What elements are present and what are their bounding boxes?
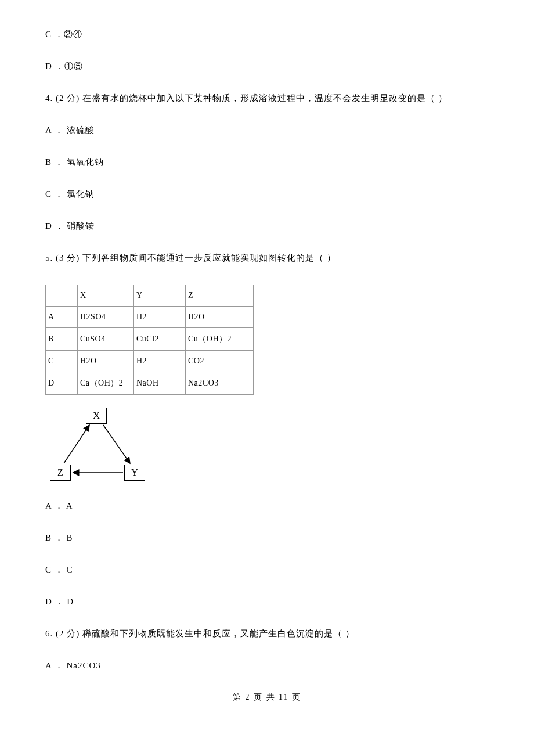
table-row: X Y Z bbox=[46, 285, 254, 307]
table-cell: NaOH bbox=[134, 372, 186, 395]
table-cell: H2 bbox=[134, 351, 186, 372]
q5-option-b: B ． B bbox=[45, 532, 489, 543]
page-content: C ．②④ D ．①⑤ 4. (2 分) 在盛有水的烧杯中加入以下某种物质，形成… bbox=[0, 0, 534, 726]
q3-option-c: C ．②④ bbox=[45, 29, 489, 40]
q5-stem: 5. (3 分) 下列各组物质间不能通过一步反应就能实现如图转化的是（ ） bbox=[45, 253, 489, 264]
table-cell: CO2 bbox=[186, 351, 254, 372]
table-cell: X bbox=[78, 285, 134, 307]
q4-stem: 4. (2 分) 在盛有水的烧杯中加入以下某种物质，形成溶液过程中，温度不会发生… bbox=[45, 93, 489, 104]
table-cell: CuCl2 bbox=[134, 328, 186, 351]
svg-line-0 bbox=[64, 425, 89, 463]
q4-option-d: D ． 硝酸铵 bbox=[45, 221, 489, 232]
page-footer: 第 2 页 共 11 页 bbox=[45, 692, 489, 703]
svg-line-1 bbox=[103, 425, 130, 463]
q6-option-a: A ． Na2CO3 bbox=[45, 660, 489, 671]
table-cell: Y bbox=[134, 285, 186, 307]
q5-diagram: X Z Y bbox=[50, 408, 489, 483]
table-cell: Z bbox=[186, 285, 254, 307]
table-cell: C bbox=[46, 351, 78, 372]
table-cell: H2SO4 bbox=[78, 307, 134, 328]
diagram-node-y: Y bbox=[124, 465, 145, 481]
table-cell: D bbox=[46, 372, 78, 395]
table-cell: A bbox=[46, 307, 78, 328]
table-cell: H2O bbox=[186, 307, 254, 328]
q4-option-c: C ． 氯化钠 bbox=[45, 189, 489, 200]
q4-option-a: A ． 浓硫酸 bbox=[45, 125, 489, 136]
table-cell: Cu（OH）2 bbox=[186, 328, 254, 351]
table-cell: Na2CO3 bbox=[186, 372, 254, 395]
table-cell: Ca（OH）2 bbox=[78, 372, 134, 395]
table-cell bbox=[46, 285, 78, 307]
q6-stem: 6. (2 分) 稀硫酸和下列物质既能发生中和反应，又能产生白色沉淀的是（ ） bbox=[45, 628, 489, 639]
table-row: C H2O H2 CO2 bbox=[46, 351, 254, 372]
table-row: A H2SO4 H2 H2O bbox=[46, 307, 254, 328]
q4-option-b: B ． 氢氧化钠 bbox=[45, 157, 489, 168]
diagram-node-x: X bbox=[86, 408, 107, 424]
table-row: B CuSO4 CuCl2 Cu（OH）2 bbox=[46, 328, 254, 351]
q5-option-a: A ． A bbox=[45, 501, 489, 512]
table-row: D Ca（OH）2 NaOH Na2CO3 bbox=[46, 372, 254, 395]
table-cell: B bbox=[46, 328, 78, 351]
q5-option-d: D ． D bbox=[45, 596, 489, 607]
table-cell: H2O bbox=[78, 351, 134, 372]
table-cell: CuSO4 bbox=[78, 328, 134, 351]
diagram-node-z: Z bbox=[50, 465, 71, 481]
q5-option-c: C ． C bbox=[45, 564, 489, 575]
table-cell: H2 bbox=[134, 307, 186, 328]
q3-option-d: D ．①⑤ bbox=[45, 61, 489, 72]
q5-table: X Y Z A H2SO4 H2 H2O B CuSO4 CuCl2 Cu（OH… bbox=[45, 285, 254, 395]
